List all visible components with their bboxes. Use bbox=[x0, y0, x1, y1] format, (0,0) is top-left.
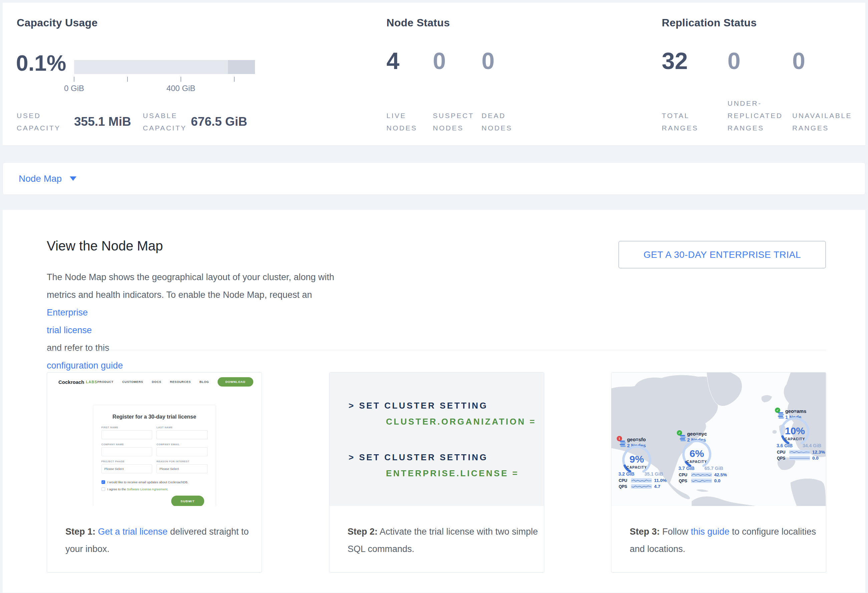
cpu-sparkline bbox=[631, 478, 652, 483]
last-name-field[interactable] bbox=[156, 430, 208, 439]
minisite-header: Cockroach LABS PRODUCT CUSTOMERS DOCS RE… bbox=[47, 377, 262, 387]
get-enterprise-trial-button[interactable]: GET A 30-DAY ENTERPRISE TRIAL bbox=[619, 241, 826, 268]
total-capacity: 35.1 GiB bbox=[639, 471, 669, 477]
live-nodes-value: 4 bbox=[387, 49, 400, 73]
license-agreement-label: I agree to the Software License Agreemen… bbox=[108, 487, 168, 491]
suspect-nodes-value: 0 bbox=[433, 49, 446, 73]
enterprise-trial-license-link2[interactable]: trial license bbox=[47, 322, 377, 339]
step1-thumbnail: Cockroach LABS PRODUCT CUSTOMERS DOCS RE… bbox=[47, 372, 262, 506]
step3-thumbnail: 1 geo=sfo 2 Nodes 9% CAPACITY 3.2 GiB 35… bbox=[611, 372, 826, 506]
cpu-value: 11.0% bbox=[654, 478, 667, 483]
step1-caption: Step 1: Get a trial license delivered st… bbox=[47, 506, 259, 558]
email-updates-label: I would like to receive email updates ab… bbox=[108, 480, 189, 484]
submit-button[interactable]: SUBMIT bbox=[171, 496, 204, 506]
capacity-tick-label-0: 0 GiB bbox=[53, 84, 95, 93]
company-email-label: COMPANY EMAIL bbox=[156, 443, 208, 446]
usable-capacity-label: USABLE CAPACITY bbox=[143, 109, 188, 134]
capacity-label: CAPACITY bbox=[687, 460, 707, 464]
cpu-sparkline bbox=[691, 472, 712, 477]
qps-label: QPS bbox=[619, 484, 629, 489]
unavailable-ranges-label: UNAVAILABLE RANGES bbox=[792, 109, 861, 134]
capacity-percent: 6% bbox=[689, 448, 704, 459]
cpu-label: CPU bbox=[777, 450, 787, 455]
node-status-title: Node Status bbox=[387, 17, 450, 29]
section-divider bbox=[47, 350, 826, 350]
license-agreement-checkbox[interactable] bbox=[102, 487, 105, 491]
step3-text-before: Follow bbox=[660, 527, 691, 537]
step2-card: > SET CLUSTER SETTING CLUSTER.ORGANIZATI… bbox=[329, 372, 544, 572]
capacity-percent: 9% bbox=[629, 453, 644, 465]
axis-tick bbox=[234, 77, 235, 82]
step2-prefix: Step 2: bbox=[348, 527, 378, 537]
node-locality: geo=nyc bbox=[687, 431, 707, 437]
live-nodes-label: LIVE NODES bbox=[387, 109, 423, 134]
axis-tick bbox=[74, 77, 74, 82]
step2-thumbnail: > SET CLUSTER SETTING CLUSTER.ORGANIZATI… bbox=[329, 372, 544, 506]
step1-prefix: Step 1: bbox=[65, 527, 96, 537]
sql-arg-1: CLUSTER.ORGANIZATION = bbox=[386, 416, 536, 427]
reason-for-interest-select[interactable]: Please Select bbox=[156, 464, 208, 473]
usable-capacity-value: 676.5 GiB bbox=[191, 115, 247, 129]
used-capacity: 3.2 GiB bbox=[615, 471, 638, 477]
minisite-download-button[interactable]: DOWNLOAD bbox=[218, 377, 253, 387]
minisite-nav-blog[interactable]: BLOG bbox=[199, 380, 209, 384]
total-ranges-value: 32 bbox=[662, 49, 688, 73]
minisite-nav-customers[interactable]: CUSTOMERS bbox=[122, 380, 143, 384]
chevron-down-icon[interactable] bbox=[70, 177, 77, 181]
under-replicated-ranges-label: UNDER-REPLICATED RANGES bbox=[728, 97, 793, 134]
node-locality: geo=ams bbox=[785, 409, 806, 414]
unavailable-ranges-value: 0 bbox=[792, 49, 805, 73]
view-selector-bar: Node Map bbox=[3, 162, 865, 195]
qps-label: QPS bbox=[679, 478, 689, 483]
dead-nodes-value: 0 bbox=[481, 49, 495, 73]
enterprise-trial-license-link[interactable]: Enterprise bbox=[47, 304, 377, 322]
qps-label: QPS bbox=[777, 456, 787, 461]
qps-sparkline bbox=[631, 484, 652, 489]
capacity-percent: 0.1% bbox=[16, 52, 66, 74]
intro-line2-text: metrics and health indicators. To enable… bbox=[47, 286, 377, 304]
total-ranges-label: TOTAL RANGES bbox=[662, 109, 709, 134]
minisite-nav-product[interactable]: PRODUCT bbox=[97, 380, 114, 384]
total-capacity: 65.7 GiB bbox=[699, 466, 729, 471]
used-capacity: 3.6 GiB bbox=[773, 443, 796, 448]
reason-for-interest-label: REASON FOR INTEREST bbox=[156, 460, 208, 463]
capacity-bar-reserved-segment bbox=[228, 60, 255, 74]
capacity-label: CAPACITY bbox=[785, 437, 805, 441]
this-guide-link[interactable]: this guide bbox=[691, 527, 729, 537]
step1-card: Cockroach LABS PRODUCT CUSTOMERS DOCS RE… bbox=[47, 372, 262, 572]
cpu-label: CPU bbox=[619, 478, 629, 483]
node-map-enterprise-panel: View the Node Map The Node Map shows the… bbox=[3, 210, 865, 593]
get-trial-license-link[interactable]: Get a trial license bbox=[98, 527, 168, 537]
project-phase-select[interactable]: Please Select bbox=[102, 464, 152, 473]
cpu-value: 42.5% bbox=[714, 472, 727, 477]
capacity-usage-title: Capacity Usage bbox=[17, 17, 98, 29]
minisite-nav-docs[interactable]: DOCS bbox=[152, 380, 161, 384]
software-license-agreement-link[interactable]: Software License Agreement. bbox=[127, 487, 168, 491]
node-map-dropdown[interactable]: Node Map bbox=[19, 174, 62, 184]
minisite-nav-resources[interactable]: RESOURCES bbox=[170, 380, 190, 384]
license-agreement-text: I agree to the bbox=[108, 487, 127, 491]
capacity-bar bbox=[74, 60, 255, 74]
cluster-summary-bar: Capacity Usage 0.1% 0 GiB 400 GiB USED C… bbox=[3, 3, 865, 146]
email-updates-checkbox[interactable]: ✓ bbox=[102, 480, 105, 484]
sql-arg-2: ENTERPRISE.LICENSE = bbox=[386, 468, 519, 478]
minisite-logo-labs: LABS bbox=[86, 380, 97, 384]
capacity-tick-label-400: 400 GiB bbox=[160, 84, 202, 93]
node-locality: geo=sfo bbox=[627, 437, 646, 442]
company-email-field[interactable] bbox=[156, 447, 208, 456]
company-name-field[interactable] bbox=[102, 447, 152, 456]
used-capacity: 3.7 GiB bbox=[675, 466, 698, 471]
step2-caption: Step 2: Activate the trial license with … bbox=[329, 506, 541, 558]
total-capacity: 34.4 GiB bbox=[797, 443, 826, 448]
cpu-value: 12.3% bbox=[812, 450, 825, 455]
first-name-field[interactable] bbox=[102, 430, 152, 439]
step3-card: 1 geo=sfo 2 Nodes 9% CAPACITY 3.2 GiB 35… bbox=[611, 372, 826, 572]
last-name-label: LAST NAME bbox=[156, 426, 208, 429]
form-title: Register for a 30-day trial license bbox=[102, 414, 208, 420]
qps-value: 0.0 bbox=[812, 456, 819, 461]
qps-sparkline bbox=[691, 478, 712, 483]
sql-command-2: > SET CLUSTER SETTING bbox=[349, 452, 488, 463]
page-title: View the Node Map bbox=[47, 238, 163, 253]
cpu-label: CPU bbox=[679, 472, 689, 477]
capacity-percent: 10% bbox=[785, 425, 805, 436]
